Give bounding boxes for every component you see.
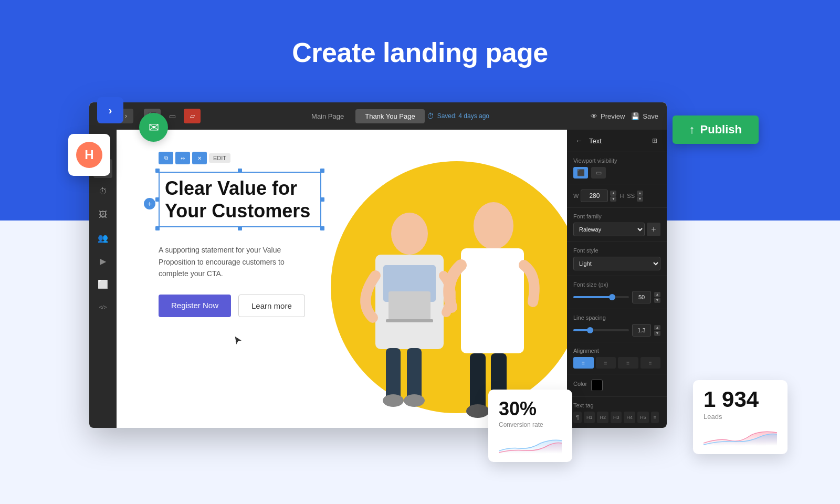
learn-more-button[interactable]: Learn more [238, 295, 305, 317]
color-swatch[interactable] [591, 380, 603, 391]
eye-icon: 👁 [591, 112, 597, 120]
delete-btn[interactable]: ✕ [192, 152, 207, 164]
panel-header: ← Text ⊞ [567, 130, 667, 152]
ss-increment-btn[interactable]: ▲ [637, 191, 643, 196]
duplicate-btn[interactable]: ⧉ [159, 152, 173, 164]
font-family-select[interactable]: Raleway [573, 223, 645, 236]
handle-top-right [320, 169, 324, 173]
sidebar-item-users[interactable]: 👥 [93, 228, 112, 247]
cta-buttons: Register Now Learn more [159, 295, 379, 317]
h4-tag-btn[interactable]: H4 [624, 412, 635, 423]
h1-tag-btn[interactable]: H1 [584, 412, 595, 423]
leads-label: Leads [704, 413, 777, 421]
panel-grid-button[interactable]: ⊞ [649, 135, 660, 146]
desktop-viewport-btn[interactable]: ⬛ [573, 167, 588, 178]
panel-back-button[interactable]: ← [573, 135, 585, 146]
width-stepper: ▲ ▼ [610, 191, 616, 202]
publish-icon: ↑ [689, 123, 695, 136]
width-input[interactable] [581, 190, 608, 202]
conversion-label: Conversion rate [499, 421, 562, 428]
lp-text-area: + ⧉ ⇔ ✕ EDIT [159, 172, 379, 317]
conversion-number: 30% [499, 398, 562, 420]
font-style-row: Light [573, 257, 660, 270]
sidebar-item-code[interactable]: </> [93, 298, 112, 317]
text-selection-box[interactable]: Clear Value for Your Customers [159, 172, 321, 227]
handle-top-left [155, 169, 160, 173]
leads-number: 1 934 [704, 388, 777, 411]
font-style-select[interactable]: Light [573, 257, 660, 270]
editor-window: ‹ › ⬛ ▭ ▱ Main Page Thank You Page ⏱ Sav… [89, 102, 667, 428]
h2-tag-btn[interactable]: H2 [597, 412, 608, 423]
line-spacing-track [573, 329, 629, 331]
width-decrement-btn[interactable]: ▼ [610, 196, 616, 202]
h5-tag-btn[interactable]: H5 [637, 412, 649, 423]
font-size-thumb[interactable] [609, 294, 615, 300]
font-size-fill [573, 296, 612, 298]
line-spacing-increment-btn[interactable]: ▲ [654, 325, 660, 330]
landing-page-content: + ⧉ ⇔ ✕ EDIT [117, 130, 567, 428]
font-size-decrement-btn[interactable]: ▼ [654, 298, 660, 303]
text-tag-section: Text tag ¶ H1 H2 H3 H4 H5 ≡ [567, 397, 667, 428]
canvas-area: + ⧉ ⇔ ✕ EDIT [117, 130, 567, 428]
font-size-track [573, 296, 629, 298]
hubspot-badge: H [68, 134, 110, 176]
saved-indicator: ⏱ Saved: 4 days ago [427, 109, 489, 123]
align-justify-btn[interactable]: ≡ [640, 357, 661, 369]
font-size-stepper: ▲ ▼ [654, 292, 660, 303]
hubspot-logo: H [76, 142, 102, 168]
move-btn[interactable]: ⇔ [175, 152, 190, 164]
chevron-right-icon: › [109, 104, 112, 117]
text-tag-buttons: ¶ H1 H2 H3 H4 H5 ≡ [573, 412, 660, 423]
font-size-input[interactable] [632, 291, 651, 303]
list-tag-btn[interactable]: ≡ [651, 412, 659, 423]
tab-main-page[interactable]: Main Page [302, 109, 353, 123]
svg-rect-10 [461, 248, 524, 353]
viewport-section: Viewport visibility ⬛ ▭ [567, 152, 667, 184]
page-title: Create landing page [0, 37, 840, 68]
font-size-section: Font size (px) ▲ ▼ [567, 276, 667, 309]
height-field: H [620, 193, 624, 199]
svg-point-13 [466, 404, 489, 418]
line-spacing-input[interactable] [632, 324, 651, 337]
alignment-buttons: ≡ ≡ ≡ ≡ [573, 357, 660, 369]
line-spacing-thumb[interactable] [587, 327, 593, 333]
ss-decrement-btn[interactable]: ▼ [637, 196, 643, 202]
sidebar-item-timer[interactable]: ⏱ [93, 182, 112, 201]
align-right-btn[interactable]: ≡ [618, 357, 638, 369]
svg-rect-3 [388, 291, 430, 320]
width-increment-btn[interactable]: ▲ [610, 191, 616, 196]
tab-thank-you-page[interactable]: Thank You Page [355, 109, 424, 123]
sidebar-item-section[interactable]: ⬜ [93, 275, 112, 293]
handle-bottom-mid [238, 226, 242, 230]
publish-button[interactable]: ↑ Publish [673, 116, 759, 144]
tab-bar: Main Page Thank You Page ⏱ Saved: 4 days… [207, 109, 584, 123]
tablet-viewport-btn[interactable]: ▭ [591, 167, 606, 178]
h3-tag-btn[interactable]: H3 [611, 412, 622, 423]
cursor-pointer [232, 334, 245, 347]
svg-point-8 [404, 394, 425, 407]
edit-toolbar: ⧉ ⇔ ✕ EDIT [159, 152, 230, 164]
align-center-btn[interactable]: ≡ [596, 357, 616, 369]
save-button[interactable]: 💾 Save [631, 112, 658, 120]
line-spacing-slider-row: ▲ ▼ [573, 324, 660, 337]
font-add-button[interactable]: + [647, 223, 660, 236]
add-element-btn[interactable]: + [144, 198, 155, 209]
sidebar-item-image[interactable]: 🖼 [93, 205, 112, 224]
svg-rect-5 [386, 348, 401, 401]
edit-text-btn[interactable]: EDIT [209, 153, 230, 163]
editor-body: ≡ ⊞ ⏱ 🖼 👥 ▶ ⬜ </> [89, 130, 667, 428]
selection-handles [155, 169, 324, 230]
paragraph-tag-btn[interactable]: ¶ [573, 412, 582, 423]
font-size-slider-row: ▲ ▼ [573, 291, 660, 303]
mobile-device-btn[interactable]: ▱ [184, 109, 201, 123]
align-left-btn[interactable]: ≡ [573, 357, 594, 369]
blue-brand-badge: › [97, 97, 123, 123]
register-now-button[interactable]: Register Now [159, 295, 231, 317]
ss-field: SS ▲ ▼ [627, 191, 643, 202]
line-spacing-decrement-btn[interactable]: ▼ [654, 331, 660, 336]
font-size-increment-btn[interactable]: ▲ [654, 292, 660, 297]
svg-rect-6 [407, 348, 422, 401]
preview-button[interactable]: 👁 Preview [591, 112, 625, 120]
sidebar-item-video[interactable]: ▶ [93, 251, 112, 270]
svg-rect-4 [386, 319, 433, 322]
